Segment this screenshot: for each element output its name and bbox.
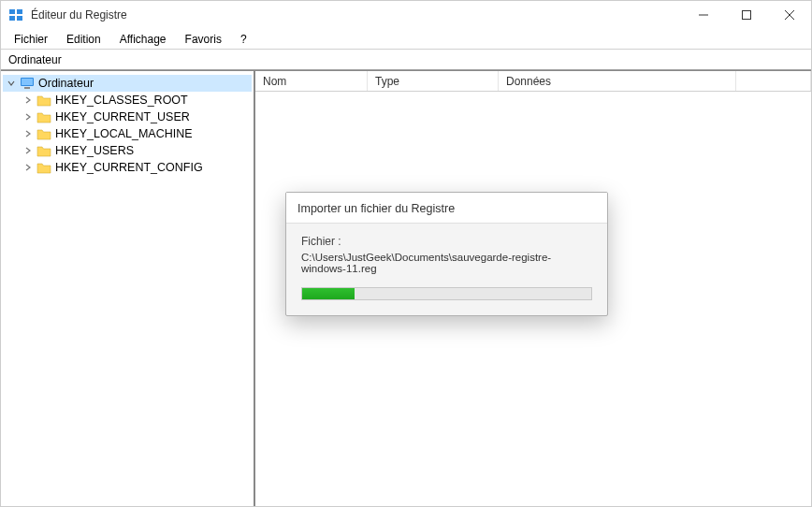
menu-fichier[interactable]: Fichier: [5, 31, 57, 48]
svg-rect-3: [17, 16, 22, 21]
tree-node-hkcu[interactable]: HKEY_CURRENT_USER: [20, 109, 252, 125]
folder-icon: [36, 127, 51, 140]
close-button[interactable]: [768, 1, 811, 29]
svg-rect-0: [9, 9, 15, 14]
regedit-app-icon: [8, 7, 23, 22]
folder-icon: [36, 94, 51, 107]
tree-node-hku[interactable]: HKEY_USERS: [20, 142, 252, 159]
dialog-file-label: Fichier :: [301, 235, 592, 248]
tree-node-hkcr[interactable]: HKEY_CLASSES_ROOT: [20, 92, 252, 109]
tree-node-label: HKEY_LOCAL_MACHINE: [55, 127, 193, 140]
progress-bar: [301, 287, 592, 300]
svg-rect-10: [24, 87, 30, 89]
chevron-right-icon[interactable]: [22, 161, 35, 174]
address-bar[interactable]: Ordinateur: [1, 50, 811, 70]
tree-node-hklm[interactable]: HKEY_LOCAL_MACHINE: [20, 125, 252, 142]
address-path: Ordinateur: [8, 53, 62, 66]
maximize-button[interactable]: [725, 1, 768, 29]
chevron-down-icon[interactable]: [5, 77, 18, 90]
column-header-spacer: [736, 71, 811, 91]
minimize-button[interactable]: [682, 1, 725, 29]
titlebar: Éditeur du Registre: [1, 1, 811, 29]
tree-node-label: HKEY_USERS: [55, 144, 134, 157]
tree-node-label: HKEY_CURRENT_CONFIG: [55, 161, 203, 174]
svg-rect-1: [17, 9, 22, 14]
tree-pane[interactable]: Ordinateur HKEY_CLASSES_ROOT HKEY_CURREN…: [1, 71, 255, 506]
column-header-data[interactable]: Données: [499, 71, 736, 91]
tree-node-label: HKEY_CLASSES_ROOT: [55, 94, 188, 107]
chevron-right-icon[interactable]: [22, 144, 35, 157]
dialog-body: Fichier : C:\Users\JustGeek\Documents\sa…: [286, 224, 607, 315]
computer-icon: [20, 77, 35, 90]
list-header: Nom Type Données: [255, 71, 811, 92]
tree-children: HKEY_CLASSES_ROOT HKEY_CURRENT_USER HKEY…: [3, 92, 252, 176]
import-registry-dialog: Importer un fichier du Registre Fichier …: [285, 192, 608, 316]
window-title: Éditeur du Registre: [31, 8, 682, 22]
folder-icon: [36, 144, 51, 157]
chevron-right-icon[interactable]: [22, 127, 35, 140]
tree-node-label: Ordinateur: [38, 77, 94, 90]
column-header-type[interactable]: Type: [368, 71, 499, 91]
tree-node-hkcc[interactable]: HKEY_CURRENT_CONFIG: [20, 159, 252, 176]
column-header-nom[interactable]: Nom: [255, 71, 368, 91]
folder-icon: [36, 110, 51, 123]
tree-root-ordinateur[interactable]: Ordinateur: [3, 75, 252, 92]
tree-node-label: HKEY_CURRENT_USER: [55, 110, 190, 123]
progress-bar-fill: [302, 288, 355, 299]
menubar: Fichier Edition Affichage Favoris ?: [1, 29, 811, 50]
dialog-title: Importer un fichier du Registre: [286, 193, 607, 224]
svg-rect-2: [9, 16, 15, 21]
chevron-right-icon[interactable]: [22, 94, 35, 107]
svg-rect-9: [22, 79, 33, 85]
menu-favoris[interactable]: Favoris: [176, 31, 231, 48]
menu-edition[interactable]: Edition: [57, 31, 110, 48]
dialog-file-path: C:\Users\JustGeek\Documents\sauvegarde-r…: [301, 252, 592, 274]
menu-help[interactable]: ?: [231, 31, 256, 48]
chevron-right-icon[interactable]: [22, 110, 35, 123]
window-control-buttons: [682, 1, 811, 29]
folder-icon: [36, 161, 51, 174]
svg-rect-5: [743, 11, 751, 20]
menu-affichage[interactable]: Affichage: [110, 31, 176, 48]
